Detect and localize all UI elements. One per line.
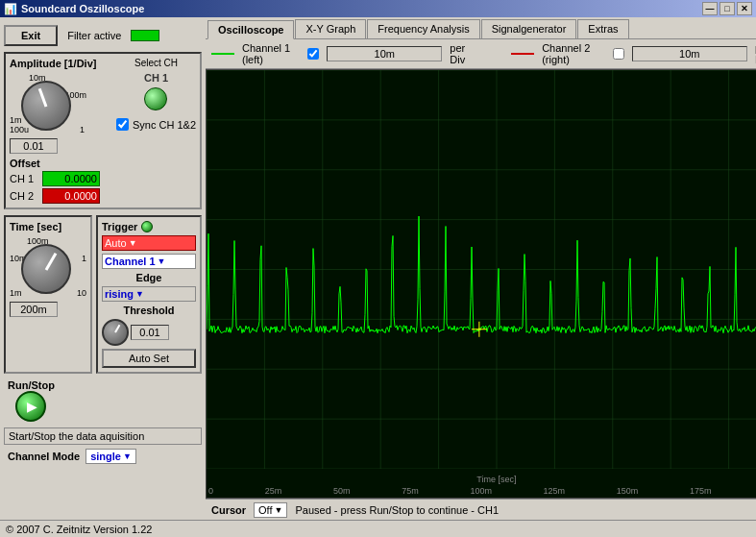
- trigger-title: Trigger: [102, 221, 137, 232]
- amp-label-left: 1m: [10, 115, 22, 125]
- offset-ch1-label: CH 1: [10, 173, 38, 184]
- amplitude-panel: Amplitude [1/Div] 10m 100m 1 1m 100u: [4, 52, 202, 209]
- app-icon: 📊: [4, 3, 17, 15]
- tab-signal-generator[interactable]: Signalgenerator: [481, 19, 577, 38]
- x-label-175: 175m: [690, 486, 712, 496]
- time-label-bottom: 10: [77, 288, 86, 298]
- paused-status: Paused - press Run/Stop to continue - CH…: [295, 504, 499, 516]
- filter-indicator: [131, 30, 159, 41]
- oscilloscope-canvas: 0 25m 50m 75m 100m 125m 150m 175m 200m T…: [206, 69, 756, 499]
- trigger-indicator: [141, 221, 153, 232]
- time-value-row: [10, 302, 86, 317]
- ch1-label: CH 1: [144, 72, 168, 84]
- ch2-per-div-input[interactable]: [632, 46, 747, 61]
- x-label-50: 50m: [333, 486, 351, 496]
- exit-filter-row: Exit Filter active: [4, 21, 202, 50]
- ch1-per-div-input[interactable]: [327, 46, 442, 61]
- channel-info-row: Channel 1 (left) per Div Channel 2 (righ…: [206, 39, 756, 69]
- close-btn[interactable]: ✕: [737, 2, 752, 15]
- copyright-bar: © 2007 C. Zeitnitz Version 1.22: [0, 520, 756, 537]
- amp-label-bottom-left: 100u: [10, 125, 29, 134]
- tab-extras[interactable]: Extras: [577, 19, 628, 38]
- run-stop-title: Run/Stop: [8, 379, 55, 391]
- ch1-channel-label: Channel 1 (left): [242, 42, 300, 65]
- trigger-threshold-label: Threshold: [102, 305, 196, 316]
- trigger-channel-select[interactable]: Channel 1 ▼: [102, 254, 196, 269]
- time-label-bottom-left: 1m: [10, 288, 22, 298]
- amplitude-value-row: [10, 138, 96, 154]
- exit-button[interactable]: Exit: [4, 25, 58, 46]
- trigger-panel: Trigger Auto ▼ Channel 1 ▼ Edge rising: [96, 215, 202, 374]
- left-panel: Exit Filter active Amplitude [1/Div] 10m…: [0, 17, 206, 520]
- waveform-canvas: [207, 70, 756, 469]
- x-label-0: 0: [208, 486, 213, 496]
- x-axis-unit: Time [sec]: [476, 475, 516, 484]
- run-stop-button[interactable]: ▶: [15, 391, 46, 422]
- channel-mode-select[interactable]: single ▼: [85, 449, 136, 464]
- threshold-knob[interactable]: [102, 319, 129, 346]
- time-input[interactable]: [10, 302, 58, 317]
- right-panel: Oscilloscope X-Y Graph Frequency Analysi…: [206, 17, 756, 520]
- trigger-edge-arrow: ▼: [135, 289, 144, 299]
- time-knob[interactable]: [21, 244, 71, 294]
- auto-set-button[interactable]: Auto Set: [102, 349, 196, 368]
- play-icon: ▶: [27, 399, 37, 414]
- cursor-label: Cursor: [211, 504, 246, 516]
- offset-ch2-input[interactable]: [42, 188, 100, 204]
- select-ch-area: Select CH CH 1 Sync CH 1&2: [116, 58, 196, 131]
- ch2-visible-checkbox[interactable]: [613, 48, 624, 60]
- offset-ch1-input[interactable]: [42, 171, 100, 186]
- amplitude-title: Amplitude [1/Div]: [10, 58, 96, 69]
- offset-ch1-row: CH 1: [10, 171, 196, 186]
- trigger-edge-select[interactable]: rising ▼: [102, 286, 196, 302]
- main-container: Exit Filter active Amplitude [1/Div] 10m…: [0, 17, 756, 537]
- tab-xy-graph[interactable]: X-Y Graph: [295, 19, 366, 38]
- trigger-header: Trigger: [102, 221, 196, 232]
- time-title: Time [sec]: [10, 221, 86, 232]
- title-bar: 📊 Soundcard Oszilloscope — □ ✕: [0, 0, 756, 17]
- filter-label: Filter active: [67, 30, 121, 41]
- amp-label-bottom: 1: [80, 125, 85, 134]
- bottom-left: Start/Stop the data aquisition Channel M…: [4, 427, 202, 466]
- amplitude-knob-area: 10m 100m 1 1m 100u: [10, 73, 96, 134]
- start-stop-label: Start/Stop the data aquisition: [9, 430, 144, 442]
- app-title: Soundcard Oszilloscope: [21, 3, 144, 14]
- ch2-color-line: [511, 53, 534, 55]
- x-label-25: 25m: [265, 486, 282, 496]
- cursor-select[interactable]: Off ▼: [254, 502, 287, 518]
- amplitude-knob[interactable]: [21, 81, 71, 131]
- time-trigger-row: Time [sec] 100m 1 10 10m 1m: [4, 215, 202, 374]
- offset-ch2-row: CH 2: [10, 188, 196, 204]
- trigger-edge-label: Edge: [102, 272, 196, 283]
- offset-title: Offset: [10, 158, 196, 169]
- amplitude-input[interactable]: [10, 138, 58, 154]
- ch2-channel-label: Channel 2 (right): [542, 42, 604, 65]
- sync-label: Sync CH 1&2: [133, 119, 196, 131]
- tab-oscilloscope[interactable]: Oscilloscope: [207, 20, 294, 39]
- x-label-125: 125m: [544, 486, 566, 496]
- channel-mode-row: Channel Mode single ▼: [4, 447, 202, 466]
- top-area: Exit Filter active Amplitude [1/Div] 10m…: [0, 17, 756, 520]
- cursor-arrow: ▼: [275, 505, 283, 515]
- minimize-btn[interactable]: —: [702, 2, 718, 15]
- tabs-row: Oscilloscope X-Y Graph Frequency Analysi…: [206, 17, 756, 39]
- start-stop-status: Start/Stop the data aquisition: [4, 427, 202, 445]
- maximize-btn[interactable]: □: [719, 2, 735, 15]
- time-label-right: 1: [82, 254, 86, 263]
- ch1-visible-checkbox[interactable]: [307, 48, 319, 60]
- trigger-channel-arrow: ▼: [158, 256, 166, 266]
- x-axis-labels: 0 25m 50m 75m 100m 125m 150m 175m 200m: [207, 486, 756, 496]
- ch1-color-line: [211, 53, 234, 55]
- sync-row: Sync CH 1&2: [116, 118, 196, 131]
- x-label-150: 150m: [617, 486, 639, 496]
- trigger-mode-arrow: ▼: [129, 238, 137, 248]
- tab-frequency-analysis[interactable]: Frequency Analysis: [367, 19, 479, 38]
- channel-mode-arrow: ▼: [123, 452, 132, 461]
- channel-mode-label: Channel Mode: [8, 451, 80, 462]
- trigger-mode-select[interactable]: Auto ▼: [102, 235, 196, 251]
- threshold-input[interactable]: [131, 325, 169, 340]
- time-panel: Time [sec] 100m 1 10 10m 1m: [4, 215, 92, 374]
- threshold-row: [102, 319, 196, 346]
- x-label-75: 75m: [402, 486, 419, 496]
- sync-checkbox[interactable]: [116, 118, 129, 131]
